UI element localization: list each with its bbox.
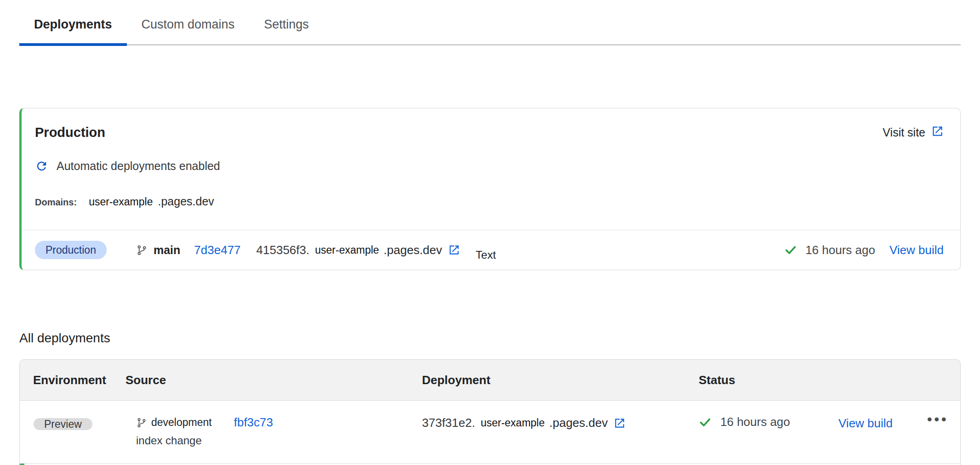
production-card: Production Visit site Automatic deployme… [19, 108, 961, 270]
deployment-url-name: user-example [315, 244, 379, 256]
production-card-body: Production Visit site Automatic deployme… [22, 108, 960, 208]
commit-message: Text [476, 249, 496, 261]
deployment-url-suffix: .pages.dev [384, 243, 442, 257]
deployment-time: 16 hours ago [720, 415, 790, 429]
domain-suffix: .pages.dev [158, 195, 214, 208]
visit-site-link[interactable]: Visit site [883, 125, 944, 140]
commit-sha-link[interactable]: 7d3e477 [194, 243, 240, 257]
tab-bar: Deployments Custom domains Settings [19, 0, 961, 45]
deployment-url-name: user-example [481, 417, 545, 429]
branch-name: main [154, 244, 180, 257]
domain-name: user-example [89, 196, 153, 208]
commit-message: index change [125, 434, 422, 447]
tab-deployments[interactable]: Deployments [19, 17, 127, 44]
tab-settings[interactable]: Settings [249, 17, 324, 44]
environment-badge-preview: Preview [34, 418, 92, 430]
commit-sha-link[interactable]: fbf3c73 [234, 415, 273, 430]
git-branch-icon [136, 417, 147, 428]
refresh-icon [35, 159, 48, 173]
all-deployments-heading: All deployments [19, 331, 980, 346]
external-link-icon [448, 244, 460, 256]
environment-badge-production: Production [35, 241, 107, 259]
external-link-icon [614, 417, 626, 429]
deployment-url-link[interactable]: 415356f3. user-example .pages.dev [256, 243, 460, 257]
table-header-row: Environment Source Deployment Status [20, 360, 960, 401]
production-deployment-row: Production main 7d3e477 415356f3. user-e… [22, 230, 960, 270]
view-build-link[interactable]: View build [838, 416, 893, 430]
deployment-url-suffix: .pages.dev [549, 416, 608, 430]
deployment-url-prefix: 415356f3. [256, 243, 310, 257]
check-icon [784, 244, 797, 256]
branch-name: development [151, 416, 212, 429]
automatic-deployments-text: Automatic deployments enabled [57, 159, 220, 173]
tab-custom-domains[interactable]: Custom domains [127, 17, 250, 44]
external-link-icon [931, 125, 944, 140]
visit-site-label: Visit site [883, 126, 925, 139]
production-title: Production [35, 125, 105, 140]
view-build-link[interactable]: View build [889, 243, 944, 257]
git-branch-icon [136, 244, 148, 256]
column-header-environment: Environment [20, 373, 125, 387]
table-row: Preview development fbf3c73 index change… [20, 401, 960, 464]
deployment-url-link[interactable]: 373f31e2. user-example .pages.dev [422, 416, 699, 430]
deployments-table: Environment Source Deployment Status Pre… [19, 359, 961, 465]
deployment-time: 16 hours ago [805, 243, 875, 257]
column-header-deployment: Deployment [422, 373, 699, 387]
column-header-status: Status [699, 373, 838, 387]
check-icon [699, 416, 712, 429]
domains-label: Domains: [35, 197, 77, 208]
column-header-source: Source [125, 373, 422, 387]
deployment-url-prefix: 373f31e2. [422, 416, 475, 430]
more-options-icon[interactable]: ••• [927, 412, 949, 427]
